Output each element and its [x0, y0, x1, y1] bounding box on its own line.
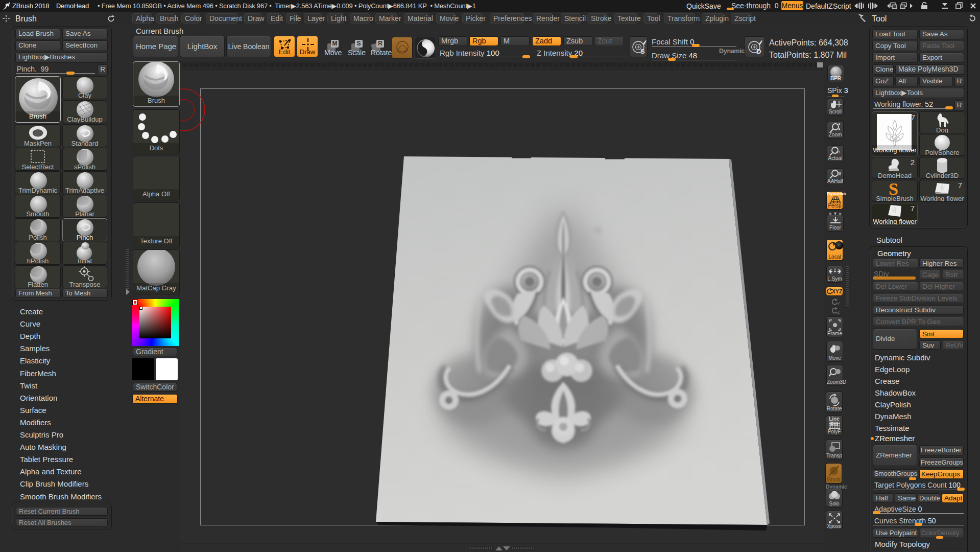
svg-text:S: S	[640, 48, 645, 55]
svg-text:Z: Z	[837, 310, 840, 315]
svg-text:Y: Y	[837, 301, 840, 306]
svg-text:x1: x1	[836, 150, 841, 154]
svg-text:D: D	[756, 48, 761, 55]
